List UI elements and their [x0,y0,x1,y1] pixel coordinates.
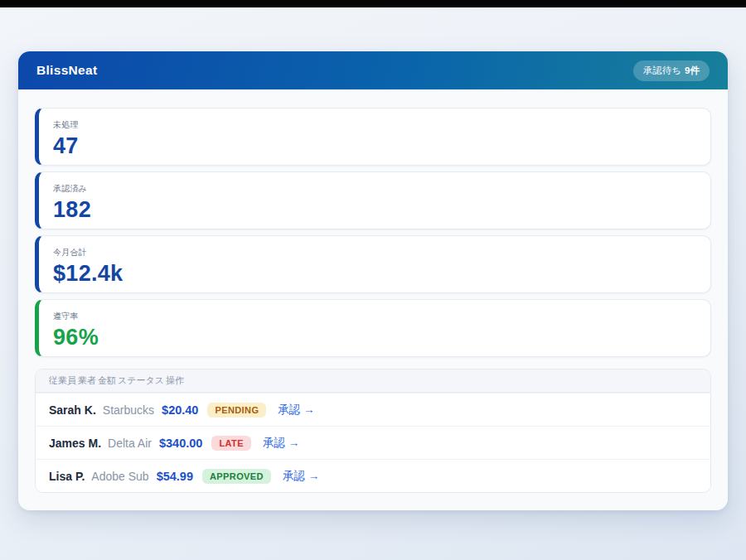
pending-count-badge[interactable]: 承認待ち 9件 [633,60,710,81]
app-title: BlissNeat [36,63,97,78]
employee-name: Sarah K. [49,403,96,417]
stat-value: $12.4k [53,262,697,287]
stat-label: 未処理 [53,119,697,131]
stat-label: 遵守率 [53,311,697,322]
table-row: James M. Delta Air $340.00 LATE 承認 → [36,426,710,459]
approve-link[interactable]: 承認 → [263,436,299,451]
column-header-status: ステータス [118,374,164,387]
approve-link[interactable]: 承認 → [283,469,319,484]
employee-name: Lisa P. [49,470,85,483]
table-row: Sarah K. Starbucks $20.40 PENDING 承認 → [36,393,710,426]
stat-card-month-total: 今月合計 $12.4k [35,235,711,293]
stat-card-approved: 承認済み 182 [35,171,711,229]
column-header-employee: 従業員 [49,374,76,387]
expenses-table: 従業員 業者 金額 ステータス 操作 Sarah K. Starbucks $2… [35,369,711,493]
vendor-name: Adobe Sub [91,470,148,483]
top-bar [0,0,746,7]
pending-badge-label: 承認待ち [643,65,681,77]
table-header-row: 従業員 業者 金額 ステータス 操作 [36,369,710,393]
stat-value: 182 [53,198,697,223]
amount-value: $54.99 [157,470,193,483]
stat-card-unprocessed: 未処理 47 [35,108,711,166]
table-row: Lisa P. Adobe Sub $54.99 APPROVED 承認 → [36,459,710,492]
stat-label: 今月合計 [53,247,697,258]
amount-value: $20.40 [162,403,198,417]
employee-name: James M. [49,437,101,450]
column-header-action: 操作 [166,374,184,387]
app-card: BlissNeat 承認待ち 9件 未処理 47 承認済み 182 今月合計 $… [18,51,728,510]
column-header-amount: 金額 [98,374,116,387]
status-badge: PENDING [207,403,266,418]
app-body: 未処理 47 承認済み 182 今月合計 $12.4k 遵守率 96% 従業員 … [18,89,728,510]
column-header-vendor: 業者 [78,374,96,387]
stat-value: 96% [53,326,697,350]
vendor-name: Starbucks [103,403,154,417]
app-header: BlissNeat 承認待ち 9件 [18,51,728,89]
stat-card-compliance-rate: 遵守率 96% [35,299,711,357]
status-badge: APPROVED [202,469,271,484]
amount-value: $340.00 [159,437,202,450]
stat-label: 承認済み [53,183,697,195]
vendor-name: Delta Air [108,437,152,450]
status-badge: LATE [211,436,251,451]
stat-value: 47 [53,134,697,159]
approve-link[interactable]: 承認 → [278,403,314,418]
pending-badge-count: 9件 [685,65,700,77]
